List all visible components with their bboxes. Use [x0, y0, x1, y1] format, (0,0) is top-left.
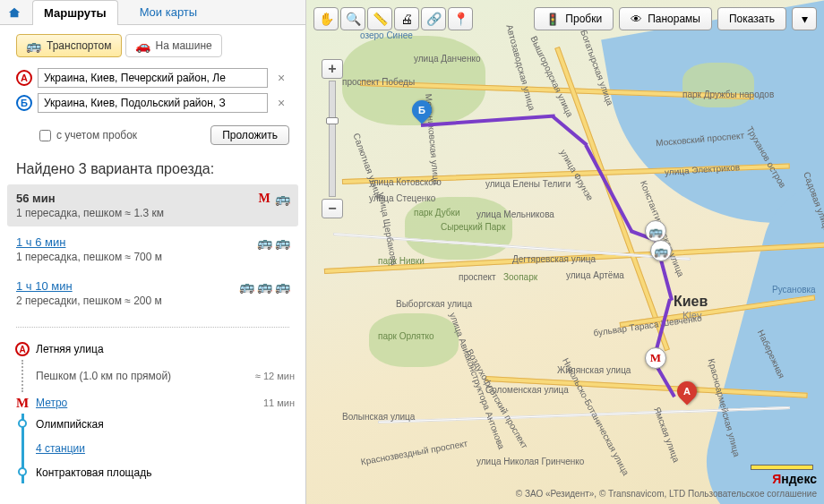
route-inputs: A × Б ×: [0, 63, 305, 124]
panoramas-button[interactable]: 👁Панорамы: [619, 7, 712, 30]
route-detail: A Летняя улица Пешком (1.0 км по прямой)…: [0, 335, 305, 487]
traffic-icon: 🚦: [545, 13, 560, 26]
mode-transit-button[interactable]: 🚌Транспортом: [16, 34, 122, 57]
walk-segment: Пешком (1.0 км по прямой): [36, 370, 255, 382]
zoom-in-button[interactable]: +: [322, 59, 343, 79]
map-metro-marker[interactable]: М: [645, 347, 666, 369]
from-input[interactable]: [38, 68, 268, 88]
bus-icon: 🚌: [275, 279, 289, 294]
map-stop-marker[interactable]: 🚌: [645, 220, 666, 242]
map-canvas[interactable]: Б A 🚌 🚌 М Киев Kiev озеро Синее парк Дру…: [306, 0, 824, 504]
scale-bar: [751, 465, 813, 470]
traffic-checkbox-label[interactable]: с учетом пробок: [39, 129, 137, 141]
zoom-out-button[interactable]: −: [322, 199, 343, 218]
link-tool-button[interactable]: 🔗: [421, 7, 446, 30]
map-marker-b[interactable]: Б: [412, 100, 433, 122]
station-name: Контрактовая площадь: [36, 466, 295, 479]
tab-my-maps[interactable]: Мои карты: [129, 0, 209, 24]
zoom-control: + −: [321, 59, 344, 218]
yandex-logo[interactable]: Яндекс: [772, 472, 817, 486]
home-icon[interactable]: [7, 5, 21, 20]
map-stop-marker[interactable]: 🚌: [650, 240, 672, 261]
map-tools-left: ✋ 🔍 📏 🖨 🔗 📍: [313, 7, 473, 30]
zoom-tool-button[interactable]: 🔍: [340, 7, 365, 30]
station-stop-icon: [18, 419, 27, 428]
show-layers-button[interactable]: Показать: [717, 7, 786, 30]
metro-icon: М: [14, 396, 30, 411]
map-marker-a[interactable]: A: [677, 381, 699, 403]
marker-b-badge: Б: [16, 95, 32, 111]
traffic-checkbox[interactable]: [39, 130, 51, 141]
ruler-tool-button[interactable]: 📏: [367, 7, 392, 30]
station-name: Олимпийская: [36, 418, 295, 431]
separator: [16, 327, 289, 328]
build-route-button[interactable]: Проложить: [210, 125, 289, 145]
route-start-label: Летняя улица: [36, 343, 295, 355]
bus-icon: 🚌: [275, 235, 289, 250]
attribution: © ЗАО «Резидент», © Transnavicom, LTD По…: [516, 489, 817, 499]
results-header: Найдено 3 варианта проезда:: [0, 154, 305, 181]
layers-dropdown-button[interactable]: ▾: [792, 7, 817, 30]
marker-a-icon: A: [15, 342, 30, 356]
metro-link[interactable]: Метро: [36, 397, 67, 409]
route-variant[interactable]: 1 ч 6 мин 1 пересадка, пешком ≈ 700 м 🚌🚌: [7, 228, 298, 270]
stations-between-link[interactable]: 4 станции: [36, 442, 85, 455]
top-tabs: Маршруты Мои карты: [0, 0, 305, 25]
zoom-slider[interactable]: [329, 81, 336, 197]
panorama-icon: 👁: [631, 13, 642, 26]
map-tools-right: 🚦Пробки 👁Панорамы Показать ▾: [534, 7, 817, 30]
metro-icon: М: [257, 192, 271, 206]
route-variants: 56 мин 1 пересадка, пешком ≈ 1.3 км М🚌 1…: [0, 181, 305, 320]
clear-to-icon[interactable]: ×: [273, 96, 289, 110]
mode-car-button[interactable]: 🚗На машине: [125, 34, 222, 57]
locate-tool-button[interactable]: 📍: [448, 7, 473, 30]
tab-routes[interactable]: Маршруты: [32, 0, 118, 25]
print-tool-button[interactable]: 🖨: [394, 7, 419, 30]
bus-icon: 🚌: [257, 235, 271, 250]
bus-icon: 🚌: [26, 38, 41, 53]
route-mode-tabs: 🚌Транспортом 🚗На машине: [0, 25, 305, 63]
car-icon: 🚗: [135, 38, 150, 53]
traffic-button[interactable]: 🚦Пробки: [534, 7, 614, 30]
pan-tool-button[interactable]: ✋: [313, 7, 339, 30]
bus-icon: 🚌: [239, 279, 253, 294]
options-row: с учетом пробок Проложить: [0, 124, 305, 154]
clear-from-icon[interactable]: ×: [273, 71, 289, 85]
zoom-thumb[interactable]: [326, 117, 339, 124]
sidebar: Маршруты Мои карты 🚌Транспортом 🚗На маши…: [0, 0, 306, 504]
bus-icon: 🚌: [257, 279, 271, 294]
route-variant[interactable]: 1 ч 10 мин 2 пересадки, пешком ≈ 200 м 🚌…: [7, 272, 298, 314]
bus-icon: 🚌: [275, 192, 289, 206]
to-input[interactable]: [38, 93, 268, 113]
marker-a-badge: A: [16, 70, 32, 86]
route-variant[interactable]: 56 мин 1 пересадка, пешком ≈ 1.3 км М🚌: [7, 184, 298, 226]
station-stop-icon: [18, 467, 27, 476]
